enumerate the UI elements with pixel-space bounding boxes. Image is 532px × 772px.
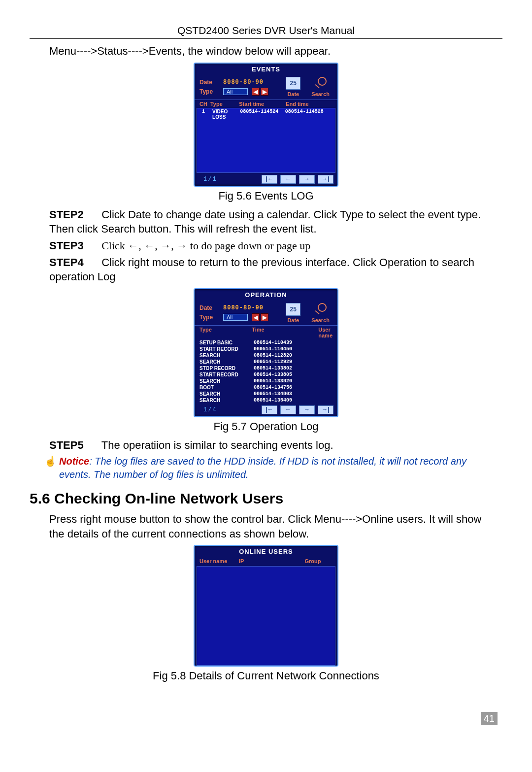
operation-cell-user	[323, 372, 332, 377]
nav-next-button[interactable]: →	[299, 175, 315, 184]
operation-cell-time: 080514-133802	[254, 366, 323, 371]
hand-pointer-icon: ☝	[44, 455, 57, 468]
events-search-caption: Search	[311, 91, 330, 97]
operation-cell-time: 080514-133805	[254, 372, 323, 377]
events-row[interactable]: 1 VIDEO LOSS 080514-114524 080514-114528	[197, 108, 335, 120]
step2-text: Click Date to change date using a calend…	[49, 208, 481, 235]
online-title: ONLINE USERS	[195, 546, 337, 556]
section-5-6-heading: 5.6 Checking On-line Network Users	[30, 490, 502, 507]
spinner-right-icon[interactable]: ▶	[261, 313, 268, 321]
spinner-right-icon[interactable]: ▶	[261, 88, 268, 96]
operation-type-label: Type	[200, 314, 219, 321]
step3-label: STEP3	[49, 238, 99, 253]
operation-cell-time: 080514-135409	[254, 398, 323, 403]
step5-label: STEP5	[49, 438, 99, 453]
operation-row[interactable]: BOOT080514-134756	[195, 384, 337, 391]
operation-title: OPERATION	[195, 289, 337, 300]
operation-date-label: Date	[200, 304, 219, 311]
online-col-group: Group	[293, 558, 332, 564]
events-col-type: Type	[210, 101, 239, 107]
operation-row[interactable]: SEARCH080514-133820	[195, 378, 337, 384]
operation-calendar-caption: Date	[286, 317, 300, 323]
operation-col-user: User name	[318, 327, 332, 338]
nav-first-button[interactable]: |←	[262, 405, 277, 414]
operation-type-select[interactable]: All	[223, 314, 248, 321]
intro-text: Menu---->Status---->Events, the window b…	[49, 44, 483, 59]
step4-text: Click right mouse to return to the previ…	[49, 256, 474, 283]
step3-text: to do page down or page up	[190, 239, 310, 252]
nav-prev-button[interactable]: ←	[280, 175, 296, 184]
operation-cell-user	[323, 366, 332, 371]
operation-row[interactable]: SEARCH080514-134803	[195, 391, 337, 397]
events-col-end: End time	[286, 101, 332, 107]
operation-cell-type: SEARCH	[200, 378, 254, 384]
events-type-select[interactable]: All	[223, 88, 248, 95]
events-title: EVENTS	[195, 64, 337, 74]
step3-arrows: Click ←, ←, →, →	[101, 239, 190, 252]
events-window: EVENTS Date 8080-80-90 Type All ◀ ▶	[194, 63, 338, 187]
operation-cell-user	[323, 340, 332, 345]
notice-text: : The log files are saved to the HDD ins…	[59, 456, 466, 480]
nav-last-button[interactable]: →|	[318, 405, 333, 414]
step5-text: The operatiion is similar to searching e…	[101, 439, 333, 451]
operation-cell-user	[323, 359, 332, 365]
operation-page-indicator: 1/4	[203, 406, 259, 413]
operation-cell-user	[323, 378, 332, 384]
page-number-box: 41	[30, 712, 502, 725]
operation-row[interactable]: SEARCH080514-112820	[195, 352, 337, 359]
operation-row[interactable]: SEARCH080514-112929	[195, 359, 337, 365]
magnifier-handle-icon	[315, 84, 319, 88]
operation-type-spinner[interactable]: ◀ ▶	[252, 313, 268, 321]
operation-row[interactable]: STOP RECORD080514-133802	[195, 365, 337, 371]
operation-row[interactable]: START RECORD080514-110450	[195, 346, 337, 352]
step4-label: STEP4	[49, 255, 99, 270]
online-users-window: ONLINE USERS User name IP Group	[194, 545, 338, 667]
fig-5-8-caption: Fig 5.8 Details of Current Network Conne…	[30, 670, 502, 682]
events-calendar-button[interactable]: 25	[286, 77, 300, 90]
operation-cell-type: SETUP BASIC	[200, 340, 254, 345]
events-date-value[interactable]: 8080-80-90	[223, 79, 264, 86]
notice-block: ☝ Notice: The log files are saved to the…	[59, 455, 483, 481]
nav-last-button[interactable]: →|	[318, 175, 333, 184]
nav-first-button[interactable]: |←	[262, 175, 277, 184]
operation-cell-type: START RECORD	[200, 372, 254, 377]
page-number: 41	[481, 712, 498, 725]
nav-next-button[interactable]: →	[299, 405, 315, 414]
events-search-button[interactable]	[314, 77, 328, 90]
events-cell-ch: 1	[202, 109, 212, 120]
operation-cell-type: START RECORD	[200, 346, 254, 352]
events-type-spinner[interactable]: ◀ ▶	[252, 88, 268, 96]
spinner-left-icon[interactable]: ◀	[252, 88, 260, 96]
online-col-user: User name	[200, 558, 239, 564]
operation-search-button[interactable]	[314, 303, 328, 316]
magnifier-icon	[318, 77, 327, 86]
operation-rows-container: SETUP BASIC080514-110439START RECORD0805…	[195, 339, 337, 403]
events-calendar-caption: Date	[286, 91, 300, 97]
operation-calendar-button[interactable]: 25	[286, 303, 300, 316]
operation-cell-time: 080514-133820	[254, 378, 323, 384]
operation-cell-type: SEARCH	[200, 391, 254, 397]
spinner-left-icon[interactable]: ◀	[252, 313, 260, 321]
events-cell-start: 080514-114524	[240, 109, 285, 120]
events-page-indicator: 1/1	[203, 176, 259, 183]
events-col-ch: CH	[200, 101, 210, 107]
nav-prev-button[interactable]: ←	[280, 405, 296, 414]
operation-cell-time: 080514-112929	[254, 359, 323, 365]
section-5-6-body: Press right mouse button to show the con…	[49, 512, 483, 541]
operation-row[interactable]: SETUP BASIC080514-110439	[195, 339, 337, 346]
online-col-ip: IP	[239, 558, 293, 564]
fig-5-7-caption: Fig 5.7 Operation Log	[30, 420, 502, 433]
step2-label: STEP2	[49, 207, 99, 222]
magnifier-icon	[318, 303, 327, 312]
events-type-label: Type	[200, 88, 219, 95]
operation-row[interactable]: SEARCH080514-135409	[195, 397, 337, 403]
operation-cell-type: BOOT	[200, 385, 254, 390]
fig-5-6-caption: Fig 5.6 Events LOG	[30, 190, 502, 202]
operation-search-caption: Search	[311, 317, 330, 323]
operation-cell-type: SEARCH	[200, 359, 254, 365]
operation-cell-time: 080514-110439	[254, 340, 323, 345]
operation-date-value[interactable]: 8080-80-90	[223, 304, 264, 311]
operation-row[interactable]: START RECORD080514-133805	[195, 371, 337, 378]
operation-cell-time: 080514-110450	[254, 346, 323, 352]
operation-cell-time: 080514-112820	[254, 353, 323, 358]
